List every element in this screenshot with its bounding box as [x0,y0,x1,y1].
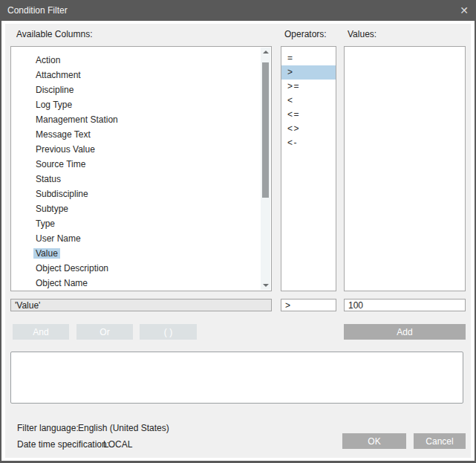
scrollbar-up-button[interactable] [261,48,270,56]
list-item[interactable]: Value [11,246,260,261]
list-item[interactable]: <= [281,108,336,122]
list-item[interactable]: Type [11,216,260,231]
list-item[interactable]: Subdiscipline [11,187,260,201]
ok-button[interactable]: OK [342,433,406,449]
values-list[interactable] [344,46,466,291]
filter-expression-area[interactable] [10,352,463,404]
close-icon: ✕ [460,5,469,16]
parentheses-button[interactable]: ( ) [140,324,197,340]
filter-language-row: Filter language: English (United States) [17,423,169,433]
list-item[interactable]: Subtype [11,201,260,216]
list-item[interactable]: Management Station [11,112,260,127]
list-item[interactable]: <> [281,122,336,136]
scrollbar-track[interactable] [262,56,269,281]
value-field[interactable] [344,299,466,311]
list-item[interactable]: Discipline [11,82,260,97]
window-title: Condition Filter [0,5,68,16]
close-button[interactable]: ✕ [454,0,475,21]
available-columns-list[interactable]: ActionAttachmentDisciplineLog TypeManage… [10,46,272,291]
list-item[interactable]: Object Name [11,276,260,291]
condition-filter-dialog: Condition Filter ✕ Available Columns: Op… [0,0,476,463]
operators-items: =>>=<<=<><- [281,47,336,291]
filter-language-label: Filter language: [17,423,78,433]
scroll-down-icon [263,284,269,287]
scrollbar-down-button[interactable] [261,281,270,290]
values-label: Values: [348,29,376,39]
scroll-up-icon [263,51,269,54]
operators-label: Operators: [284,29,327,39]
list-item[interactable]: Action [11,53,260,68]
values-items [345,47,465,291]
or-button[interactable]: Or [76,324,133,340]
list-item[interactable]: User Name [11,231,260,246]
title-bar[interactable]: Condition Filter ✕ [0,0,476,21]
and-button[interactable]: And [13,324,69,340]
column-expression-field[interactable] [10,299,272,311]
list-item[interactable]: Log Type [11,97,260,112]
operator-field[interactable] [281,299,336,311]
operators-list[interactable]: =>>=<<=<><- [281,46,336,291]
add-button[interactable]: Add [344,324,466,340]
list-item[interactable]: Object Description [11,261,260,276]
list-item[interactable]: <- [281,136,336,150]
datetime-specification-label: Date time specification: [17,439,103,450]
list-item[interactable]: Message Text [11,127,260,142]
datetime-specification-value: LOCAL [103,439,132,450]
list-item[interactable]: Previous Value [11,142,260,157]
list-item[interactable]: > [281,65,336,80]
available-columns-items: ActionAttachmentDisciplineLog TypeManage… [11,47,260,291]
list-item[interactable]: < [281,94,336,108]
list-item[interactable]: Status [11,172,260,187]
list-item[interactable]: = [281,51,336,65]
columns-scrollbar[interactable] [261,48,270,290]
list-item[interactable]: >= [281,80,336,94]
list-item[interactable]: Attachment [11,68,260,82]
list-item[interactable]: Source Time [11,157,260,172]
datetime-specification-row: Date time specification: LOCAL [17,439,132,450]
filter-language-value: English (United States) [78,423,169,433]
scrollbar-thumb[interactable] [262,62,269,198]
available-columns-label: Available Columns: [16,29,93,39]
cancel-button[interactable]: Cancel [414,433,466,449]
